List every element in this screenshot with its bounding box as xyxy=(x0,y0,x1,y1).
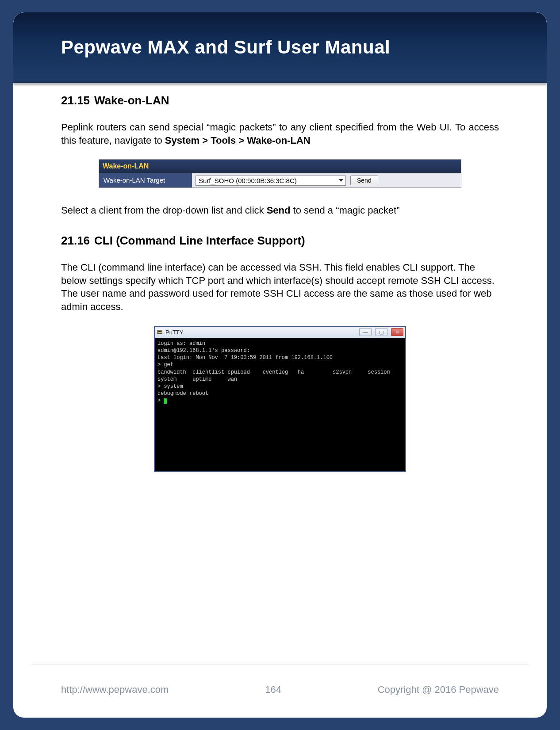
cli-body-text: The CLI (command line interface) can be … xyxy=(61,261,499,313)
footer-url: http://www.pepwave.com xyxy=(61,684,169,696)
wol-panel: Wake-on-LAN Wake-on-LAN Target Send xyxy=(99,159,461,188)
page-footer: http://www.pepwave.com 164 Copyright @ 2… xyxy=(61,684,499,696)
maximize-button[interactable]: ▢ xyxy=(375,328,387,336)
after-panel-text: Select a client from the drop-down list … xyxy=(61,204,499,217)
page-content: 21.15Wake-on-LAN Peplink routers can sen… xyxy=(61,93,499,660)
footer-copyright: Copyright @ 2016 Pepwave xyxy=(378,684,499,696)
wol-controls: Send xyxy=(192,174,461,187)
section-heading-cli: 21.16CLI (Command Line Interface Support… xyxy=(61,233,499,248)
minimize-button[interactable]: — xyxy=(359,328,372,336)
after-panel-post: to send a “magic packet” xyxy=(290,205,399,216)
terminal-output: login as: admin admin@192.168.1.1's pass… xyxy=(155,338,405,471)
putty-titlebar: PuTTY — ▢ ✕ xyxy=(155,327,405,338)
after-panel-pre: Select a client from the drop-down list … xyxy=(61,205,267,216)
wol-select-wrap[interactable] xyxy=(196,176,346,186)
putty-icon xyxy=(157,329,163,335)
putty-window: PuTTY — ▢ ✕ login as: admin admin@192.16… xyxy=(154,326,406,472)
section-number: 21.15 xyxy=(61,94,90,107)
terminal-cursor-icon xyxy=(164,398,167,404)
wol-target-label: Wake-on-LAN Target xyxy=(99,173,192,187)
section-number: 21.16 xyxy=(61,234,90,247)
send-button[interactable]: Send xyxy=(350,176,378,185)
footer-page-number: 164 xyxy=(265,684,281,696)
section-intro: Peplink routers can send special “magic … xyxy=(61,121,499,147)
nav-path: System > Tools > Wake-on-LAN xyxy=(165,135,311,146)
wol-target-select[interactable] xyxy=(196,176,346,186)
page-frame: Pepwave MAX and Surf User Manual 21.15Wa… xyxy=(13,12,547,718)
after-panel-bold: Send xyxy=(267,205,291,216)
section-heading-wol: 21.15Wake-on-LAN xyxy=(61,93,499,108)
wol-row: Wake-on-LAN Target Send xyxy=(99,173,461,187)
document-title: Pepwave MAX and Surf User Manual xyxy=(61,37,390,58)
close-button[interactable]: ✕ xyxy=(391,328,403,336)
header-band: Pepwave MAX and Surf User Manual xyxy=(13,12,547,83)
wol-panel-header: Wake-on-LAN xyxy=(99,160,461,173)
terminal-lines: login as: admin admin@192.168.1.1's pass… xyxy=(157,340,390,404)
footer-divider xyxy=(31,664,529,665)
section-title: CLI (Command Line Interface Support) xyxy=(94,234,305,247)
putty-title-text: PuTTY xyxy=(165,329,183,336)
svg-rect-1 xyxy=(158,331,162,333)
section-title: Wake-on-LAN xyxy=(94,94,169,107)
